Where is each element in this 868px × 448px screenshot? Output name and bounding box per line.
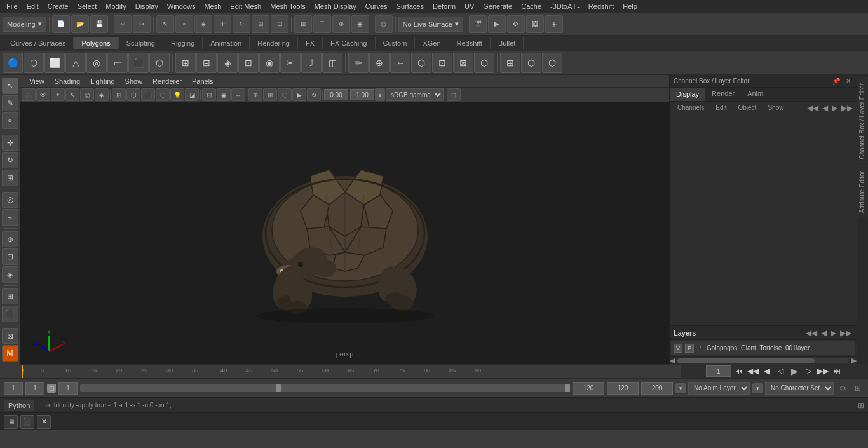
frame-current-input[interactable] [25, 382, 44, 395]
menu-3dtall[interactable]: -3DtoAll - [546, 1, 583, 11]
cb-nav-channels[interactable]: Channels [672, 104, 709, 112]
live-surface-dropdown[interactable]: No Live Surface ▾ [398, 17, 463, 32]
mode-dropdown[interactable]: Modeling ▾ [3, 17, 46, 32]
window-close-button[interactable]: ✕ [37, 415, 51, 429]
viewport-menu-view[interactable]: View [24, 76, 50, 86]
menu-create[interactable]: Create [44, 1, 72, 11]
shelf-subdiv[interactable]: ⬡ [149, 53, 170, 73]
vt-grid-button[interactable]: ⊞ [112, 88, 126, 101]
menu-cache[interactable]: Cache [517, 1, 545, 11]
goto-end-button[interactable]: ⏭ [831, 365, 843, 377]
vt-sel-button[interactable]: ↖ [65, 88, 79, 101]
shelf-cone[interactable]: △ [65, 53, 86, 73]
rotate-button[interactable]: ↻ [2, 152, 18, 168]
menu-modify[interactable]: Modify [102, 1, 130, 11]
vt-shade2-button[interactable]: ⬡ [156, 88, 170, 101]
grid-button[interactable]: ⊠ [2, 328, 18, 344]
tab-fx-caching[interactable]: FX Caching [323, 37, 375, 49]
vt-highlight-button[interactable]: ◈ [95, 88, 109, 101]
tab-polygons[interactable]: Polygons [74, 37, 118, 49]
shelf-fill-hole[interactable]: ⬡ [411, 53, 431, 73]
rotate-tool-button[interactable]: ↻ [233, 15, 250, 33]
python-label[interactable]: Python [4, 400, 34, 411]
shelf-separate[interactable]: ⊟ [196, 53, 217, 73]
redo-button[interactable]: ↪ [133, 15, 151, 33]
layer-nav-next-small-icon[interactable]: ▶ [829, 329, 837, 337]
anim-layer-options-button[interactable]: ▾ [752, 383, 763, 393]
prev-frame-button[interactable]: ◀ [761, 365, 773, 377]
cb-nav-show[interactable]: Show [763, 104, 789, 112]
shelf-target-weld[interactable]: ⊠ [453, 53, 473, 73]
snap-grid-button[interactable]: ⊞ [294, 15, 312, 33]
shelf-uv-unfold[interactable]: ⬡ [521, 53, 541, 73]
tab-xgen[interactable]: XGen [415, 37, 449, 49]
open-scene-button[interactable]: 📂 [71, 15, 89, 33]
shelf-smooth[interactable]: ◉ [259, 53, 280, 73]
menu-mesh[interactable]: Mesh [200, 1, 225, 11]
new-scene-button[interactable]: 📄 [52, 15, 70, 33]
char-set-icon1[interactable]: ⚙ [836, 382, 849, 395]
goto-start-button[interactable]: ⏮ [733, 365, 745, 377]
value1-input[interactable] [324, 89, 348, 100]
frame-end-input[interactable] [607, 382, 639, 395]
soft-select-button[interactable]: ◎ [375, 15, 393, 33]
maya-icon[interactable]: M [2, 345, 18, 362]
range-slider[interactable] [80, 384, 570, 392]
cb-nav-prev-icon[interactable]: ◀◀ [806, 104, 820, 112]
render-end-input[interactable] [641, 382, 673, 395]
menu-mesh-display[interactable]: Mesh Display [311, 1, 360, 11]
menu-edit-mesh[interactable]: Edit Mesh [226, 1, 265, 11]
transform-tool-button[interactable]: ⊡ [271, 15, 288, 33]
menu-uv[interactable]: UV [461, 1, 478, 11]
play-forward-button[interactable]: ▶ [789, 365, 801, 377]
cb-nav-edit[interactable]: Edit [710, 104, 731, 112]
scroll-track[interactable] [677, 358, 849, 363]
tab-sculpting[interactable]: Sculpting [119, 37, 163, 49]
range-options-button[interactable]: ▾ [675, 383, 686, 393]
snap-curve-button[interactable]: ⌒ [313, 15, 331, 33]
shelf-merge[interactable]: ⬡ [474, 53, 494, 73]
layer-playback-button[interactable]: P [685, 344, 694, 353]
step-forward-button[interactable]: ▶▶ [817, 365, 829, 377]
side-tab-channel-box[interactable]: Channel Box / Layer Editor [857, 78, 868, 165]
paint-select-button[interactable]: ⌖ [2, 112, 18, 129]
shelf-bevel[interactable]: ◫ [322, 53, 342, 73]
undo-button[interactable]: ↩ [114, 15, 132, 33]
camera-button[interactable]: ⬛ [2, 306, 18, 322]
layer-nav-prev-icon[interactable]: ◀◀ [804, 329, 818, 337]
scroll-thumb[interactable] [677, 358, 815, 363]
tab-render[interactable]: Render [705, 88, 741, 101]
vt-light-button[interactable]: 💡 [170, 88, 184, 101]
next-frame-button[interactable]: ▷ [803, 365, 815, 377]
vt-extra-button[interactable]: ⊡ [447, 88, 461, 101]
ipr-render-button[interactable]: ▶ [488, 15, 506, 33]
tab-custom[interactable]: Custom [376, 37, 416, 49]
timeline-track[interactable]: 1 5 10 15 20 25 30 35 40 45 50 55 60 65 … [20, 364, 681, 378]
vt-camera-button[interactable]: 🎥 [22, 88, 36, 101]
shelf-extract[interactable]: ✂ [280, 53, 301, 73]
layer-nav-next-icon[interactable]: ▶▶ [839, 329, 853, 337]
shelf-extrude[interactable]: ⤴ [301, 53, 322, 73]
render-view-button[interactable]: 🖼 [526, 15, 544, 33]
tab-anim[interactable]: Anim [741, 88, 770, 101]
select-button[interactable]: ↖ [2, 78, 18, 94]
tab-bullet[interactable]: Bullet [491, 37, 524, 49]
tab-curves-surfaces[interactable]: Curves / Surfaces [3, 37, 74, 49]
save-scene-button[interactable]: 💾 [90, 15, 108, 33]
menu-file[interactable]: File [3, 1, 22, 11]
side-tab-attribute-editor[interactable]: Attribute Editor [857, 165, 868, 218]
snap-surface-button[interactable]: ◉ [351, 15, 369, 33]
snap-toggle-button[interactable]: ⊡ [2, 248, 18, 265]
vt-ring-button[interactable]: ◎ [80, 88, 94, 101]
gamma-dropdown[interactable]: sRGB gamma [386, 88, 444, 101]
python-expand-icon[interactable]: ⊞ [858, 401, 864, 410]
tab-fx[interactable]: FX [298, 37, 323, 49]
range-start-input[interactable] [58, 382, 78, 395]
shelf-boolean[interactable]: ◈ [217, 53, 238, 73]
scale-tool-button[interactable]: ⊞ [252, 15, 269, 33]
select-type-button[interactable]: ⊞ [2, 288, 18, 305]
viewport-menu-shading[interactable]: Shading [50, 76, 85, 86]
menu-mesh-tools[interactable]: Mesh Tools [266, 1, 309, 11]
vt-wire-button[interactable]: ⬡ [126, 88, 140, 101]
shelf-uv-layout[interactable]: ⬡ [542, 53, 562, 73]
